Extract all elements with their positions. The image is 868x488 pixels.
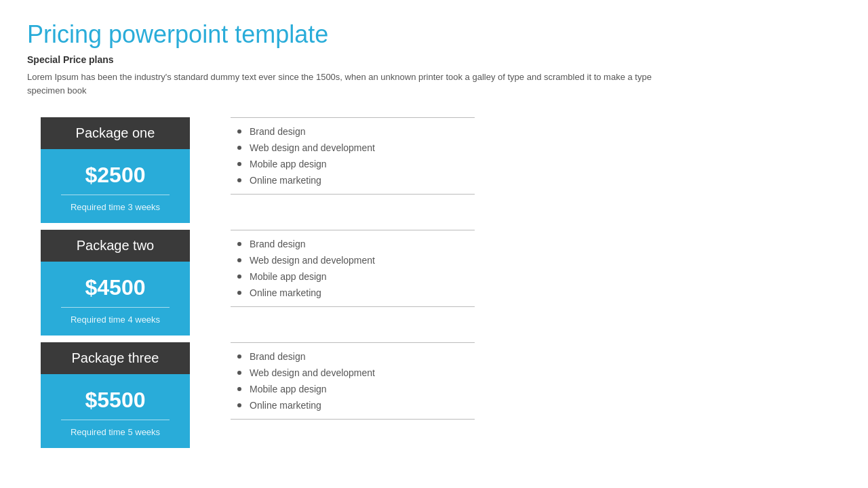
package-price-three: $5500 bbox=[47, 388, 183, 413]
list-item: Brand design bbox=[231, 236, 841, 252]
list-item: Brand design bbox=[231, 123, 841, 140]
feature-text: Online marketing bbox=[250, 400, 321, 411]
package-time-one: Required time 3 weeks bbox=[47, 202, 183, 212]
package-row-two: Package two$4500Required time 4 weeksBra… bbox=[41, 230, 841, 336]
features-top-line-one bbox=[231, 117, 475, 118]
package-price-two: $4500 bbox=[47, 275, 183, 300]
list-item: Web design and development bbox=[231, 252, 841, 268]
bullet-icon bbox=[237, 387, 241, 391]
package-body-one: $2500Required time 3 weeks bbox=[41, 149, 190, 223]
description: Lorem Ipsum has been the industry's stan… bbox=[27, 70, 665, 97]
list-item: Mobile app design bbox=[231, 156, 841, 172]
list-item: Mobile app design bbox=[231, 381, 841, 397]
features-list-three: Brand designWeb design and developmentMo… bbox=[231, 348, 841, 413]
bullet-icon bbox=[237, 178, 241, 182]
list-item: Online marketing bbox=[231, 285, 841, 301]
package-time-two: Required time 4 weeks bbox=[47, 314, 183, 325]
features-top-line-three bbox=[231, 342, 475, 343]
package-name-two: Package two bbox=[41, 230, 190, 262]
feature-text: Brand design bbox=[250, 126, 306, 137]
features-list-two: Brand designWeb design and developmentMo… bbox=[231, 236, 841, 301]
feature-text: Online marketing bbox=[250, 175, 321, 186]
bullet-icon bbox=[237, 162, 241, 166]
bullet-icon bbox=[237, 146, 241, 150]
packages-container: Package one$2500Required time 3 weeksBra… bbox=[27, 117, 841, 455]
feature-text: Brand design bbox=[250, 351, 306, 362]
package-body-three: $5500Required time 5 weeks bbox=[41, 374, 190, 448]
package-features-two: Brand designWeb design and developmentMo… bbox=[190, 230, 841, 307]
package-card-two: Package two$4500Required time 4 weeks bbox=[41, 230, 190, 336]
features-bottom-line-one bbox=[231, 194, 475, 195]
feature-text: Web design and development bbox=[250, 367, 375, 378]
feature-text: Web design and development bbox=[250, 255, 375, 266]
page-title: Pricing powerpoint template bbox=[27, 20, 841, 49]
feature-text: Mobile app design bbox=[250, 384, 327, 394]
features-list-one: Brand designWeb design and developmentMo… bbox=[231, 123, 841, 188]
package-name-three: Package three bbox=[41, 342, 190, 374]
features-bottom-line-two bbox=[231, 306, 475, 307]
list-item: Online marketing bbox=[231, 172, 841, 188]
feature-text: Brand design bbox=[250, 239, 306, 249]
list-item: Online marketing bbox=[231, 397, 841, 413]
package-divider-three bbox=[61, 420, 170, 420]
package-time-three: Required time 5 weeks bbox=[47, 427, 183, 437]
feature-text: Mobile app design bbox=[250, 271, 327, 282]
package-card-one: Package one$2500Required time 3 weeks bbox=[41, 117, 190, 223]
feature-text: Mobile app design bbox=[250, 159, 327, 169]
bullet-icon bbox=[237, 258, 241, 262]
list-item: Web design and development bbox=[231, 140, 841, 156]
package-name-one: Package one bbox=[41, 117, 190, 149]
feature-text: Online marketing bbox=[250, 287, 321, 298]
package-row-three: Package three$5500Required time 5 weeksB… bbox=[41, 342, 841, 448]
list-item: Mobile app design bbox=[231, 268, 841, 285]
subtitle: Special Price plans bbox=[27, 54, 841, 65]
package-features-three: Brand designWeb design and developmentMo… bbox=[190, 342, 841, 420]
bullet-icon bbox=[237, 291, 241, 295]
package-body-two: $4500Required time 4 weeks bbox=[41, 262, 190, 336]
bullet-icon bbox=[237, 354, 241, 359]
features-bottom-line-three bbox=[231, 419, 475, 420]
bullet-icon bbox=[237, 403, 241, 407]
bullet-icon bbox=[237, 371, 241, 375]
package-divider-one bbox=[61, 195, 170, 195]
bullet-icon bbox=[237, 129, 241, 134]
list-item: Brand design bbox=[231, 348, 841, 365]
bullet-icon bbox=[237, 242, 241, 246]
list-item: Web design and development bbox=[231, 365, 841, 381]
bullet-icon bbox=[237, 274, 241, 279]
features-top-line-two bbox=[231, 230, 475, 230]
package-features-one: Brand designWeb design and developmentMo… bbox=[190, 117, 841, 195]
package-divider-two bbox=[61, 307, 170, 308]
package-row-one: Package one$2500Required time 3 weeksBra… bbox=[41, 117, 841, 223]
package-price-one: $2500 bbox=[47, 163, 183, 188]
feature-text: Web design and development bbox=[250, 142, 375, 153]
package-card-three: Package three$5500Required time 5 weeks bbox=[41, 342, 190, 448]
